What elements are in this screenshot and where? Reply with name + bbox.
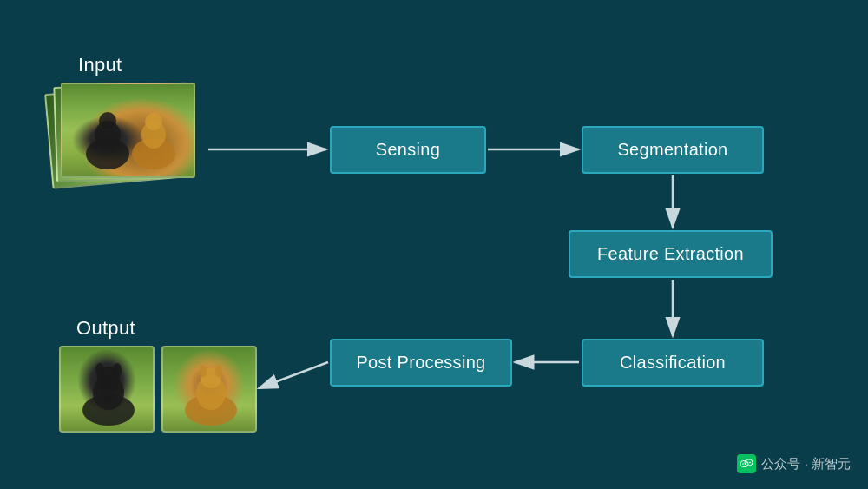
svg-point-23 [740,461,748,467]
feature-extraction-box: Feature Extraction [569,230,773,278]
input-image-front [61,83,195,178]
svg-point-5 [145,113,162,130]
sensing-box: Sensing [330,126,486,174]
svg-point-9 [95,363,104,377]
svg-point-15 [215,365,222,377]
svg-point-25 [743,463,745,465]
wechat-icon [737,454,756,473]
input-label: Input [78,54,122,76]
svg-point-27 [747,462,749,464]
svg-point-26 [746,463,747,465]
svg-point-10 [113,363,122,377]
svg-line-22 [259,362,328,388]
watermark-text: 公众号 · 新智元 [761,456,851,472]
svg-point-2 [99,112,116,129]
svg-point-28 [750,462,752,464]
svg-point-14 [200,365,207,377]
segmentation-box: Segmentation [582,126,764,174]
watermark: 公众号 · 新智元 [737,454,851,473]
output-label: Output [76,317,135,340]
post-processing-box: Post Processing [330,339,512,387]
output-images [59,346,257,433]
diagram-container: Input Sensing Segmentation Feature Extra… [0,0,868,489]
output-image-2 [161,346,257,433]
output-image-1 [59,346,155,433]
classification-box: Classification [582,339,764,387]
svg-point-24 [745,459,753,466]
